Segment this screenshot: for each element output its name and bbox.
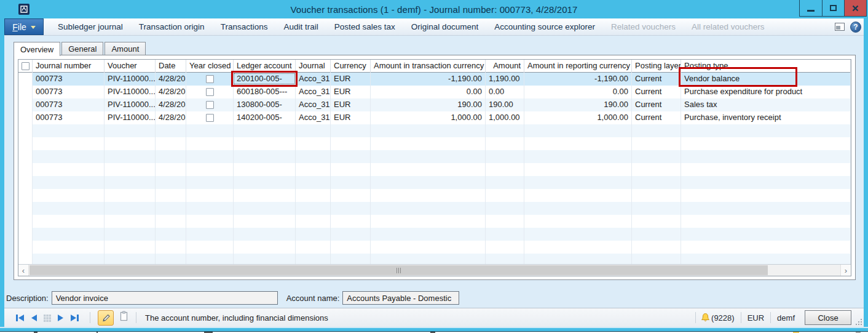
file-menu-button[interactable]: File [4,18,44,35]
scrollbar-track[interactable] [29,265,840,276]
tab-general[interactable]: General [61,42,103,55]
cell-currency[interactable]: EUR [331,111,371,124]
cell-posting_type[interactable]: Purchase, inventory receipt [681,111,851,124]
menu-item-accounting-source-explorer[interactable]: Accounting source explorer [486,18,603,35]
menu-item-original-document[interactable]: Original document [403,18,487,35]
column-header-journal_number[interactable]: Journal number [33,60,105,73]
cell-amount[interactable]: 1,000.00 [486,111,524,124]
cell-amount_transaction[interactable]: 1,000.00 [371,111,486,124]
cell-journal_number[interactable]: 000773 [33,111,105,124]
cell-sel[interactable] [18,111,33,124]
account-name-field[interactable] [342,291,459,305]
column-header-sel[interactable] [18,60,33,73]
next-record-button[interactable] [57,314,65,322]
menu-item-audit-trail[interactable]: Audit trail [275,18,326,35]
cell-journal[interactable]: Acco_31 [296,98,331,111]
cell-amount_transaction[interactable]: -1,190.00 [371,73,486,86]
cell-amount[interactable]: 0.00 [486,86,524,98]
year-closed-checkbox[interactable] [206,88,214,96]
previous-record-button[interactable] [30,314,37,322]
cell-voucher[interactable]: PIV-110000... [105,86,156,98]
cell-posting_layer[interactable]: Current [632,73,681,86]
column-header-ledger_account[interactable]: Ledger account [234,60,296,73]
close-button[interactable]: Close [805,310,851,325]
cell-journal[interactable]: Acco_31 [296,111,331,124]
column-header-posting_type[interactable]: Posting type [681,60,851,73]
notifications-button[interactable]: (9228) [701,313,736,323]
cell-sel[interactable] [18,86,33,98]
first-record-button[interactable] [15,314,25,322]
column-header-journal[interactable]: Journal [296,60,331,73]
scroll-right-button[interactable]: › [840,265,851,276]
grid-row[interactable]: 000773PIV-110000...4/28/20...130800-005-… [18,98,851,111]
cell-amount_reporting[interactable]: 190.00 [524,98,632,111]
cell-amount_reporting[interactable]: -1,190.00 [524,73,632,86]
column-header-posting_layer[interactable]: Posting layer [632,60,681,73]
year-closed-checkbox[interactable] [206,101,214,109]
horizontal-scrollbar[interactable]: ‹ › [18,264,851,276]
cell-posting_layer[interactable]: Current [632,98,681,111]
cell-journal_number[interactable]: 000773 [33,86,105,98]
column-header-amount_transaction[interactable]: Amount in transaction currency [371,60,486,73]
select-all-checkbox[interactable] [22,62,30,70]
cell-year_closed[interactable] [186,73,234,86]
tab-overview[interactable]: Overview [14,42,60,56]
cell-amount_reporting[interactable]: 0.00 [524,86,632,98]
scroll-left-button[interactable]: ‹ [18,265,29,276]
menu-item-transaction-origin[interactable]: Transaction origin [131,18,213,35]
grid-row[interactable]: 000773PIV-110000...4/28/20...140200-005-… [18,111,851,124]
cell-posting_layer[interactable]: Current [632,111,681,124]
menu-item-subledger-journal[interactable]: Subledger journal [50,18,131,35]
cell-year_closed[interactable] [186,98,234,111]
cell-currency[interactable]: EUR [331,73,371,86]
cell-amount_transaction[interactable]: 0.00 [371,86,486,98]
company-indicator[interactable]: demf [776,313,796,323]
minimize-button[interactable] [800,0,822,16]
cell-date[interactable]: 4/28/20... [156,86,186,98]
column-header-currency[interactable]: Currency [331,60,371,73]
cell-journal[interactable]: Acco_31 [296,73,331,86]
help-icon[interactable]: ? [850,22,861,33]
grid-row[interactable]: 000773PIV-110000...4/28/20...200100-005-… [18,73,851,86]
cell-voucher[interactable]: PIV-110000... [105,111,156,124]
grid-row[interactable]: 000773PIV-110000...4/28/20...600180-005-… [18,86,851,98]
cell-date[interactable]: 4/28/20... [156,111,186,124]
column-header-voucher[interactable]: Voucher [105,60,156,73]
cell-ledger_account[interactable]: 200100-005- [234,73,296,86]
document-handling-button[interactable] [119,311,128,324]
description-field[interactable] [52,291,278,305]
cell-year_closed[interactable] [186,111,234,124]
cell-voucher[interactable]: PIV-110000... [105,73,156,86]
cell-posting_type[interactable]: Vendor balance [681,73,851,86]
currency-indicator[interactable]: EUR [746,313,765,323]
cell-date[interactable]: 4/28/20... [156,98,186,111]
cell-sel[interactable] [18,98,33,111]
close-window-button[interactable] [844,0,866,16]
year-closed-checkbox[interactable] [206,75,214,83]
menu-item-transactions[interactable]: Transactions [213,18,276,35]
cell-ledger_account[interactable]: 600180-005--- [234,86,296,98]
maximize-button[interactable] [822,0,844,16]
cell-amount[interactable]: 190.00 [486,98,524,111]
cell-date[interactable]: 4/28/20... [156,73,186,86]
cell-amount_reporting[interactable]: 1,000.00 [524,111,632,124]
cell-journal[interactable]: Acco_31 [296,86,331,98]
cell-journal_number[interactable]: 000773 [33,73,105,86]
cell-amount[interactable]: 1,190.00 [486,73,524,86]
cell-currency[interactable]: EUR [331,86,371,98]
column-header-year_closed[interactable]: Year closed [186,60,234,73]
cell-ledger_account[interactable]: 140200-005- [234,111,296,124]
edit-record-button[interactable] [98,310,114,326]
window-layout-icon[interactable] [835,23,845,31]
year-closed-checkbox[interactable] [206,114,214,122]
cell-posting_type[interactable]: Sales tax [681,98,851,111]
column-header-amount_reporting[interactable]: Amount in reporting currency [524,60,632,73]
cell-voucher[interactable]: PIV-110000... [105,98,156,111]
cell-posting_type[interactable]: Purchase expenditure for product [681,86,851,98]
scrollbar-thumb[interactable] [30,265,768,275]
column-header-amount[interactable]: Amount [486,60,524,73]
column-header-date[interactable]: Date [156,60,186,73]
cell-journal_number[interactable]: 000773 [33,98,105,111]
cell-amount_transaction[interactable]: 190.00 [371,98,486,111]
cell-currency[interactable]: EUR [331,98,371,111]
